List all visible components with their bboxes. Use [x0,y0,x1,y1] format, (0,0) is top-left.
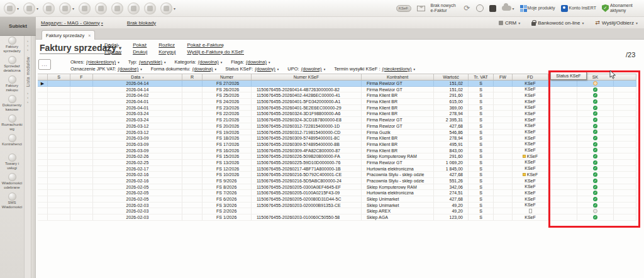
refresh-icon[interactable]: ⟳ [464,4,470,12]
filter-value-dropdown[interactable]: (wszystkie) [139,59,162,65]
table-row[interactable]: 2026-02-16FS 10/20261150676455-20260216-… [38,172,636,178]
cell-r [182,111,203,117]
filter-value-dropdown[interactable]: (dowolny) [255,66,275,72]
filter-value-dropdown[interactable]: (nieokreślony) [86,59,116,65]
cell-wartosc: 843,00 [434,148,469,154]
table-row[interactable]: 2026-03-09FS 17/20261150676455-20260309-… [38,142,636,148]
column-header-fw[interactable]: FW [494,74,513,81]
toolbar-icon-4[interactable]: ▾ [59,3,74,14]
table-row[interactable]: 2026-03-12FS 20/20261150676455-20260312-… [38,123,636,130]
send-receive-menu[interactable]: ⇄Wyślij/Odbierz▾ [595,20,638,26]
banking-menu[interactable]: Bankowość on-line▾ [531,20,584,26]
cell-filler [614,99,636,105]
toolbar-icon-7[interactable] [111,3,123,14]
sidebar-item-1[interactable]: Sprzedaż detaliczna [0,55,24,75]
status-ksef-floating-header[interactable]: Status KSeF [550,72,587,80]
table-header-row: S F Data▾ R Numer Numer KSeF Kontrahent … [38,74,636,81]
column-header-f[interactable]: F [70,74,93,81]
sidebar-item-7[interactable]: Wiadomości odebrane [0,172,24,192]
sidebar-item-2[interactable]: Faktury zakupu [0,75,24,94]
cell-date: 2026-04-02 [93,92,182,99]
toolbar-icon-9[interactable] [144,3,156,14]
blokada-link[interactable]: Brak blokady [127,20,156,26]
module-list-strip[interactable]: › › › Lista modułów › › › [24,36,31,278]
sidebar-item-0[interactable]: Faktury sprzedaży [0,36,24,55]
cell-numer: FS 3/2026 [203,203,252,209]
package-icon[interactable] [489,5,496,12]
menu-link-1-0[interactable]: Pokaż [133,42,147,48]
table-row[interactable]: 2026-02-05FS 8/20261150676455-20260205-0… [38,184,636,191]
column-header-s[interactable]: S [48,74,70,81]
table-row[interactable]: 2026-03-12FS 19/20261150676455-20260312-… [38,130,636,136]
table-row[interactable]: 2026-04-02FS 25/20261150676455-20260402-… [38,92,636,99]
table-row[interactable]: 2026-02-17FS 12/20261150676455-20260217-… [38,166,636,172]
moje-produkty-button[interactable]: Moje produkty [520,5,555,11]
table-row[interactable]: 2026-04-01FS 23/20261150676455-20260401-… [38,105,636,111]
close-icon[interactable]: × [88,33,91,38]
globe-icon[interactable] [476,4,484,12]
table-row[interactable]: 2026-02-05FS 6/20261150676455-20260205-0… [38,196,636,203]
filter-value-dropdown[interactable]: (nieokreślony) [382,66,412,72]
sidebar-item-4[interactable]: Rozrachunki wg dokumentów [0,114,24,133]
sidebar-item-3[interactable]: Dokumenty kasowe [0,94,24,114]
toolbar-icon-3[interactable] [43,3,55,14]
column-header-tr-vat[interactable]: Tr. VAT [469,74,494,81]
filter-value-dropdown[interactable]: (dowolna) [246,59,267,65]
check-circle-icon [593,142,597,147]
menu-link-0-0[interactable]: Dodaj ▾ [104,42,121,48]
table-row[interactable]: 2026-02-03FS 1/20261150676455-20260203-0… [38,214,636,221]
toolbar-icon-10[interactable]: ▾ [160,3,175,14]
menu-link-1-1[interactable]: Drukuj [133,49,147,55]
menu-link-0-1[interactable]: Popraw [104,49,121,55]
toolbar-icon-1[interactable]: ▾ [4,3,19,14]
table-row[interactable]: 2026-04-01FS 24/20261150676455-20260401-… [38,99,636,105]
table-row[interactable]: 2026-02-03FS 3/20261150676455-20260203-0… [38,203,636,209]
column-header-r[interactable]: R [182,74,203,81]
menu-link-2-0[interactable]: Rozlicz [158,42,175,48]
konto-insert-button[interactable]: Konto InsERT [561,5,596,12]
filter-value-dropdown[interactable]: (dowolne) [118,66,138,72]
filter-value-dropdown[interactable]: (dowolna) [198,59,219,65]
column-header-fd[interactable]: FD [513,74,548,81]
toolbar-icon-8[interactable] [128,3,140,14]
column-header-numer-ksef[interactable]: Numer KSeF [252,74,362,81]
table-row[interactable]: 2026-03-09FS 16/20261150676455-20260309-… [38,148,636,154]
table-row[interactable]: 2026-02-03FS 2/2026Sklep AREX49,20S [38,208,636,214]
cloud-button[interactable]: ▾ [502,6,514,11]
cell-filler [614,117,636,123]
table-row[interactable]: 2026-03-24FS 22/20261150676455-20260324-… [38,111,636,117]
sidebar-splitter[interactable] [31,36,36,278]
table-row[interactable]: 2026-02-25FS 13/20261150676455-20260225-… [38,160,636,166]
cell-fw [494,87,513,93]
column-header-numer[interactable]: Numer [203,74,252,81]
more-filters-button[interactable]: ... [38,59,51,70]
table-row[interactable]: 2026-02-26FS 15/20261150676455-20260226-… [38,153,636,160]
column-header-kontrahent[interactable]: Kontrahent [362,74,434,81]
menu-link-3-1[interactable]: Wyślij e-Fakturę do KSeF [187,49,244,55]
sidebar-item-5[interactable]: Kontrahenci [0,133,24,153]
column-header-data[interactable]: Data▾ [93,74,182,81]
cell-filler [614,196,636,203]
filter-value-dropdown[interactable]: (dowolna) [192,66,213,72]
menu-link-3-0[interactable]: Pokaż e-Fakturę [187,42,244,48]
cell-s [48,117,70,123]
toolbar-icon-5[interactable] [79,3,91,14]
tab-faktury-sprzedazy[interactable]: Faktury sprzedaży × [42,30,95,40]
table-row[interactable]: 2026-02-05FS 7/20261150676455-20260205-0… [38,190,636,196]
crm-menu[interactable]: CRM▾ [499,20,520,26]
sidebar-item-8[interactable]: SMS Wiadomości robocze [0,192,24,211]
table-row[interactable]: 2026-03-24FS 21/20261150676455-20260324-… [38,117,636,123]
table-row[interactable]: ▶2026-04-14FS 27/2026Firma Rewizor GT151… [38,81,636,87]
magazyn-selector[interactable]: Magazyn: - MAG - Główny▾ [41,20,103,26]
efaktura-mail-button[interactable] [417,6,425,11]
table-row[interactable]: 2026-04-14FS 26/20261150676455-20260414-… [38,87,636,93]
abonament-button[interactable]: ✓Abonament aktywny [602,3,638,14]
menu-link-2-1[interactable]: Koryguj [158,49,175,55]
filter-value-dropdown[interactable]: (dowolne) [301,66,322,72]
column-header-wartosc[interactable]: Wartość [434,74,469,81]
toolbar-icon-2[interactable]: ▾ [23,3,38,14]
table-row[interactable]: 2026-03-09FS 18/20261150676455-20260309-… [38,135,636,142]
sidebar-item-6[interactable]: Towary i usługi [0,153,24,172]
toolbar-icon-6[interactable] [95,3,107,14]
table-row[interactable]: 2026-02-16FS 9/20261150676455-20260216-5… [38,178,636,184]
